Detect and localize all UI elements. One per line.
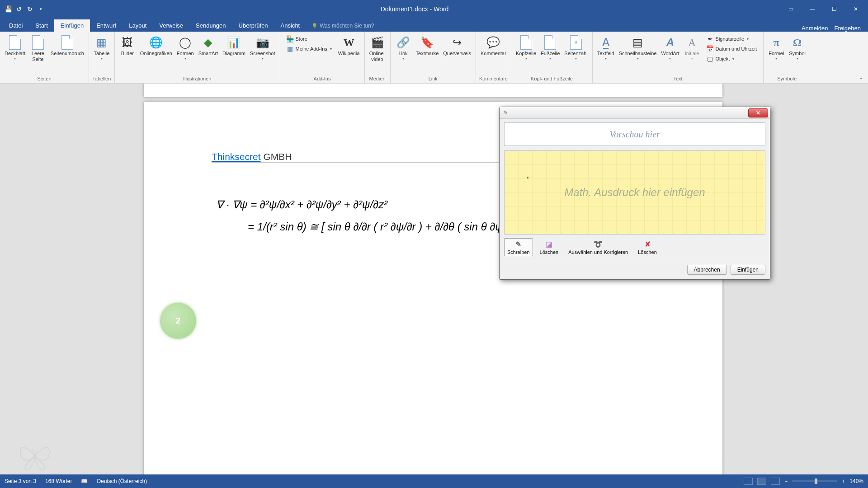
camera-icon: 📷 bbox=[255, 35, 270, 50]
tab-references[interactable]: Verweise bbox=[153, 19, 189, 32]
pictures-button[interactable]: 🖼Bilder bbox=[118, 33, 137, 58]
zoom-slider[interactable] bbox=[792, 480, 837, 482]
pagenumber-button[interactable]: #Seitenzahl bbox=[562, 33, 589, 62]
smartart-icon: ◆ bbox=[201, 35, 215, 50]
quickparts-button[interactable]: ▤Schnellbausteine bbox=[617, 33, 659, 62]
dropcap-button[interactable]: AInitiale bbox=[682, 33, 702, 62]
page-icon bbox=[9, 35, 21, 50]
eraser-icon: ◪ bbox=[546, 239, 552, 249]
page-break-button[interactable]: Seitenumbruch bbox=[49, 33, 86, 58]
addin-icon: ▦ bbox=[287, 45, 294, 52]
online-picture-icon: 🌐 bbox=[149, 35, 163, 50]
ink-placeholder: Math. Ausdruck hier einfügen bbox=[564, 186, 705, 199]
page-icon bbox=[61, 35, 73, 50]
window-controls: ▭ — ☐ ✕ bbox=[780, 2, 868, 16]
page-indicator[interactable]: Seite 3 von 3 bbox=[5, 478, 36, 484]
zoom-out-icon[interactable]: − bbox=[784, 478, 788, 484]
step-badge: 2 bbox=[160, 303, 196, 339]
clear-tool[interactable]: ✘Löschen bbox=[635, 238, 660, 256]
calendar-icon: 📅 bbox=[707, 45, 714, 52]
table-icon: ▦ bbox=[94, 35, 109, 50]
link-button[interactable]: 🔗Link bbox=[393, 33, 413, 62]
signin-link[interactable]: Anmelden bbox=[802, 25, 828, 32]
minimize-icon[interactable]: — bbox=[802, 2, 823, 16]
table-button[interactable]: ▦Tabelle bbox=[92, 33, 112, 62]
group-addins: 🏪Store ▦Meine Add-Ins▾ WWikipedia Add-In… bbox=[280, 32, 365, 83]
spellcheck-icon[interactable]: 📖 bbox=[81, 478, 88, 484]
comment-button[interactable]: 💬Kommentar bbox=[479, 33, 508, 58]
chart-button[interactable]: 📊Diagramm bbox=[221, 33, 247, 58]
wikipedia-button[interactable]: WWikipedia bbox=[336, 33, 362, 58]
select-correct-tool[interactable]: ➰Auswählen und Korrigieren bbox=[565, 238, 631, 256]
picture-icon: 🖼 bbox=[120, 35, 135, 50]
cancel-button[interactable]: Abbrechen bbox=[687, 265, 727, 275]
screenshot-button[interactable]: 📷Screenshot bbox=[248, 33, 277, 62]
document-title: Dokument1.docx - Word bbox=[49, 5, 780, 13]
insert-button[interactable]: Einfügen bbox=[731, 265, 765, 275]
header-button[interactable]: Kopfzeile bbox=[514, 33, 538, 62]
shapes-button[interactable]: ◯Formen bbox=[175, 33, 196, 62]
dialog-titlebar[interactable]: ✎ ✕ bbox=[500, 107, 770, 119]
dialog-close-button[interactable]: ✕ bbox=[748, 108, 768, 117]
store-button[interactable]: 🏪Store bbox=[285, 34, 334, 43]
footer-button[interactable]: Fußzeile bbox=[539, 33, 561, 62]
group-symbols: πFormel ΩSymbol Symbole bbox=[764, 32, 810, 83]
zoom-level[interactable]: 140% bbox=[849, 478, 863, 484]
object-button[interactable]: ▢Objekt▾ bbox=[705, 54, 759, 63]
tab-home[interactable]: Start bbox=[29, 19, 54, 32]
ink-equation-dialog: ✎ ✕ Vorschau hier Math. Ausdruck hier ei… bbox=[499, 107, 770, 280]
tab-design[interactable]: Entwurf bbox=[90, 19, 123, 32]
tab-mailings[interactable]: Sendungen bbox=[189, 19, 232, 32]
close-icon[interactable]: ✕ bbox=[845, 2, 866, 16]
online-video-button[interactable]: 🎬Online- video bbox=[368, 33, 387, 64]
qat-customize-icon[interactable]: ▾ bbox=[37, 5, 44, 13]
tab-file[interactable]: Datei bbox=[3, 19, 29, 32]
signature-line-button[interactable]: ✒Signaturzeile▾ bbox=[705, 34, 759, 43]
bookmark-button[interactable]: 🔖Textmarke bbox=[414, 33, 441, 58]
ribbon-display-icon[interactable]: ▭ bbox=[780, 2, 801, 16]
word-count[interactable]: 168 Wörter bbox=[45, 478, 72, 484]
my-addins-button[interactable]: ▦Meine Add-Ins▾ bbox=[285, 44, 334, 53]
save-icon[interactable]: 💾 bbox=[5, 5, 12, 13]
header-left: Thinksecret GMBH bbox=[212, 151, 292, 162]
share-button[interactable]: Freigeben bbox=[834, 25, 861, 32]
smartart-button[interactable]: ◆SmartArt bbox=[197, 33, 220, 58]
group-label: Seiten bbox=[3, 75, 86, 83]
cover-page-button[interactable]: Deckblatt bbox=[3, 33, 27, 62]
tab-view[interactable]: Ansicht bbox=[274, 19, 307, 32]
signature-icon: ✒ bbox=[707, 35, 714, 42]
zoom-in-icon[interactable]: + bbox=[842, 478, 845, 484]
web-layout-icon[interactable] bbox=[771, 478, 780, 485]
quickparts-icon: ▤ bbox=[631, 35, 645, 50]
print-layout-icon[interactable] bbox=[757, 478, 766, 485]
textbox-button[interactable]: A̲Textfeld bbox=[595, 33, 616, 62]
undo-icon[interactable]: ↺ bbox=[15, 5, 23, 13]
tab-layout[interactable]: Layout bbox=[123, 19, 153, 32]
company-link[interactable]: Thinksecret bbox=[212, 151, 261, 162]
tab-insert[interactable]: Einfügen bbox=[54, 19, 90, 32]
wordart-button[interactable]: AWordArt bbox=[659, 33, 681, 62]
blank-page-button[interactable]: Leere Seite bbox=[28, 33, 48, 64]
maximize-icon[interactable]: ☐ bbox=[824, 2, 844, 16]
tell-me-search[interactable]: Was möchten Sie tun? bbox=[306, 20, 379, 32]
equation-button[interactable]: πFormel bbox=[766, 33, 786, 62]
crossref-button[interactable]: ↪Querverweis bbox=[441, 33, 473, 58]
shapes-icon: ◯ bbox=[178, 35, 193, 50]
write-tool[interactable]: ✎Schreiben bbox=[504, 238, 533, 256]
read-mode-icon[interactable] bbox=[744, 478, 753, 485]
redo-icon[interactable]: ↻ bbox=[26, 5, 33, 13]
language-indicator[interactable]: Deutsch (Österreich) bbox=[97, 478, 147, 484]
ribbon: Deckblatt Leere Seite Seitenumbruch Seit… bbox=[0, 32, 868, 84]
date-time-button[interactable]: 📅Datum und Uhrzeit bbox=[705, 44, 759, 53]
dialog-footer: Abbrechen Einfügen bbox=[504, 261, 765, 275]
tab-review[interactable]: Überprüfen bbox=[232, 19, 274, 32]
page-icon bbox=[544, 35, 556, 50]
crossref-icon: ↪ bbox=[450, 35, 464, 50]
collapse-ribbon-icon[interactable]: ⌃ bbox=[859, 75, 868, 83]
erase-tool[interactable]: ◪Löschen bbox=[537, 238, 562, 256]
dropcap-icon: A bbox=[685, 35, 699, 50]
symbol-button[interactable]: ΩSymbol bbox=[787, 33, 807, 62]
omega-icon: Ω bbox=[790, 35, 805, 50]
online-pictures-button[interactable]: 🌐Onlinegrafiken bbox=[138, 33, 174, 58]
ink-input-area[interactable]: Math. Ausdruck hier einfügen bbox=[504, 150, 765, 235]
